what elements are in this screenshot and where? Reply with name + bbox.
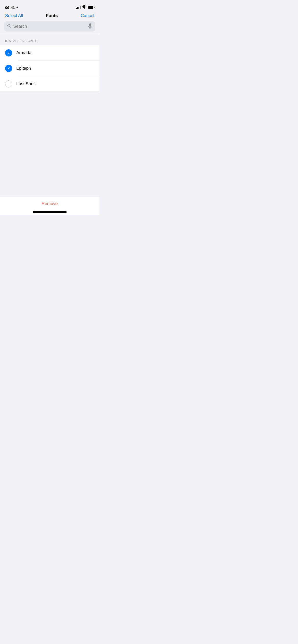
microphone-icon[interactable] (88, 23, 92, 30)
home-bar (33, 211, 67, 213)
wifi-icon (82, 5, 86, 9)
nav-bar: Select All Fonts Cancel (0, 11, 99, 21)
svg-rect-2 (89, 23, 91, 27)
checkbox-lust-sans[interactable] (5, 80, 12, 87)
checkbox-armada[interactable]: ✓ (5, 49, 12, 56)
status-bar: 09:41 ↗ (0, 0, 99, 11)
checkmark-icon: ✓ (7, 51, 10, 55)
signal-bar-4 (80, 6, 80, 9)
search-bar[interactable] (4, 21, 95, 32)
list-item[interactable]: ✓ Epitaph (0, 61, 99, 76)
page-title: Fonts (46, 13, 58, 18)
checkmark-icon: ✓ (7, 66, 10, 70)
status-time: 09:41 ↗ (5, 5, 18, 10)
bottom-area: Remove (0, 197, 99, 215)
svg-line-1 (10, 27, 11, 28)
list-item[interactable]: Lust Sans (0, 76, 99, 92)
home-indicator (0, 209, 99, 215)
checkbox-epitaph[interactable]: ✓ (5, 65, 12, 72)
signal-bar-1 (76, 8, 77, 9)
signal-bar-2 (77, 7, 78, 9)
font-name-epitaph: Epitaph (16, 66, 31, 71)
signal-bars-icon (76, 6, 80, 9)
status-icons (76, 5, 94, 9)
installed-fonts-label: INSTALLED FONTS (5, 39, 37, 43)
search-input[interactable] (13, 24, 86, 29)
remove-button[interactable]: Remove (0, 197, 99, 209)
search-icon (7, 24, 11, 29)
font-list: ✓ Armada ✓ Epitaph Lust Sans (0, 45, 99, 92)
battery-fill (88, 6, 93, 9)
search-container (0, 21, 99, 34)
signal-bar-3 (78, 7, 79, 9)
location-arrow-icon: ↗ (16, 6, 18, 9)
font-name-armada: Armada (16, 50, 32, 55)
battery-icon (88, 6, 94, 9)
select-all-button[interactable]: Select All (5, 13, 23, 18)
section-divider-list-bottom (0, 92, 99, 92)
section-header: INSTALLED FONTS (0, 34, 99, 45)
cancel-button[interactable]: Cancel (81, 13, 94, 18)
time-label: 09:41 (5, 5, 15, 10)
list-item[interactable]: ✓ Armada (0, 45, 99, 61)
font-name-lust-sans: Lust Sans (16, 81, 36, 86)
